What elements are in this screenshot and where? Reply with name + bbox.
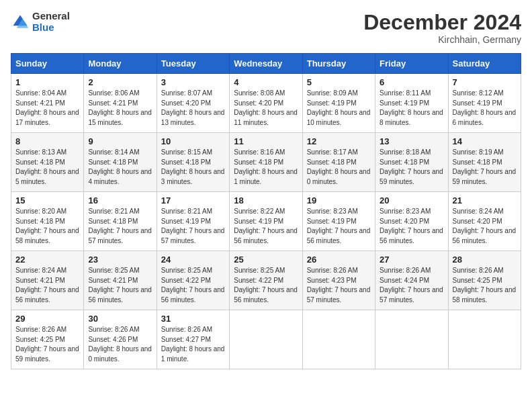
weekday-header-saturday: Saturday bbox=[448, 54, 521, 74]
calendar-cell bbox=[230, 310, 302, 369]
day-number: 28 bbox=[453, 255, 517, 265]
calendar-table: SundayMondayTuesdayWednesdayThursdayFrid… bbox=[11, 53, 521, 369]
calendar-cell: 16Sunrise: 8:21 AMSunset: 4:18 PMDayligh… bbox=[84, 192, 157, 251]
day-number: 14 bbox=[453, 136, 517, 146]
day-number: 31 bbox=[161, 314, 225, 324]
calendar-cell: 28Sunrise: 8:26 AMSunset: 4:25 PMDayligh… bbox=[448, 251, 521, 310]
day-detail: Sunrise: 8:25 AMSunset: 4:22 PMDaylight:… bbox=[161, 266, 225, 305]
calendar-week-2: 8Sunrise: 8:13 AMSunset: 4:18 PMDaylight… bbox=[11, 133, 521, 192]
calendar-cell: 31Sunrise: 8:26 AMSunset: 4:27 PMDayligh… bbox=[157, 310, 229, 369]
day-number: 16 bbox=[88, 195, 152, 205]
calendar-cell: 26Sunrise: 8:26 AMSunset: 4:23 PMDayligh… bbox=[302, 251, 375, 310]
calendar-cell: 7Sunrise: 8:12 AMSunset: 4:19 PMDaylight… bbox=[448, 74, 521, 133]
calendar-cell: 2Sunrise: 8:06 AMSunset: 4:21 PMDaylight… bbox=[84, 74, 157, 133]
calendar-cell bbox=[448, 310, 521, 369]
calendar-cell: 13Sunrise: 8:18 AMSunset: 4:18 PMDayligh… bbox=[375, 133, 448, 192]
day-detail: Sunrise: 8:12 AMSunset: 4:19 PMDaylight:… bbox=[453, 89, 517, 128]
calendar-cell: 21Sunrise: 8:24 AMSunset: 4:20 PMDayligh… bbox=[448, 192, 521, 251]
calendar-cell: 29Sunrise: 8:26 AMSunset: 4:25 PMDayligh… bbox=[11, 310, 84, 369]
calendar-cell: 3Sunrise: 8:07 AMSunset: 4:20 PMDaylight… bbox=[157, 74, 229, 133]
weekday-header-tuesday: Tuesday bbox=[157, 54, 229, 74]
day-number: 12 bbox=[307, 136, 371, 146]
day-number: 4 bbox=[234, 77, 298, 87]
day-detail: Sunrise: 8:22 AMSunset: 4:19 PMDaylight:… bbox=[234, 207, 298, 246]
day-detail: Sunrise: 8:21 AMSunset: 4:18 PMDaylight:… bbox=[88, 207, 152, 246]
day-number: 7 bbox=[453, 77, 517, 87]
calendar-cell: 19Sunrise: 8:23 AMSunset: 4:19 PMDayligh… bbox=[302, 192, 375, 251]
calendar-cell: 20Sunrise: 8:23 AMSunset: 4:20 PMDayligh… bbox=[375, 192, 448, 251]
day-detail: Sunrise: 8:09 AMSunset: 4:19 PMDaylight:… bbox=[307, 89, 371, 128]
calendar-cell bbox=[302, 310, 375, 369]
day-detail: Sunrise: 8:26 AMSunset: 4:27 PMDaylight:… bbox=[161, 325, 225, 364]
calendar-cell: 8Sunrise: 8:13 AMSunset: 4:18 PMDaylight… bbox=[11, 133, 84, 192]
calendar-cell: 25Sunrise: 8:25 AMSunset: 4:22 PMDayligh… bbox=[230, 251, 302, 310]
calendar-cell: 17Sunrise: 8:21 AMSunset: 4:19 PMDayligh… bbox=[157, 192, 229, 251]
day-detail: Sunrise: 8:25 AMSunset: 4:22 PMDaylight:… bbox=[234, 266, 298, 305]
day-number: 19 bbox=[307, 195, 371, 205]
logo: General Blue bbox=[11, 11, 70, 33]
day-detail: Sunrise: 8:23 AMSunset: 4:19 PMDaylight:… bbox=[307, 207, 371, 246]
day-number: 15 bbox=[15, 195, 79, 205]
day-number: 9 bbox=[88, 136, 152, 146]
logo-blue: Blue bbox=[32, 22, 70, 34]
day-detail: Sunrise: 8:06 AMSunset: 4:21 PMDaylight:… bbox=[88, 89, 152, 128]
calendar-week-4: 22Sunrise: 8:24 AMSunset: 4:21 PMDayligh… bbox=[11, 251, 521, 310]
day-number: 24 bbox=[161, 255, 225, 265]
day-number: 17 bbox=[161, 195, 225, 205]
day-number: 23 bbox=[88, 255, 152, 265]
day-number: 29 bbox=[15, 314, 79, 324]
day-detail: Sunrise: 8:13 AMSunset: 4:18 PMDaylight:… bbox=[15, 148, 79, 187]
day-detail: Sunrise: 8:26 AMSunset: 4:25 PMDaylight:… bbox=[15, 325, 79, 364]
day-number: 3 bbox=[161, 77, 225, 87]
calendar-cell: 23Sunrise: 8:25 AMSunset: 4:21 PMDayligh… bbox=[84, 251, 157, 310]
day-number: 6 bbox=[380, 77, 443, 87]
day-detail: Sunrise: 8:23 AMSunset: 4:20 PMDaylight:… bbox=[380, 207, 443, 246]
calendar-cell: 11Sunrise: 8:16 AMSunset: 4:18 PMDayligh… bbox=[230, 133, 302, 192]
calendar-cell: 12Sunrise: 8:17 AMSunset: 4:18 PMDayligh… bbox=[302, 133, 375, 192]
location: Kirchhain, Germany bbox=[363, 34, 521, 45]
day-number: 5 bbox=[307, 77, 371, 87]
day-detail: Sunrise: 8:21 AMSunset: 4:19 PMDaylight:… bbox=[161, 207, 225, 246]
day-detail: Sunrise: 8:04 AMSunset: 4:21 PMDaylight:… bbox=[15, 89, 79, 128]
title-area: December 2024 Kirchhain, Germany bbox=[363, 11, 521, 45]
day-detail: Sunrise: 8:24 AMSunset: 4:21 PMDaylight:… bbox=[15, 266, 79, 305]
calendar-cell: 4Sunrise: 8:08 AMSunset: 4:20 PMDaylight… bbox=[230, 74, 302, 133]
day-number: 13 bbox=[380, 136, 443, 146]
weekday-header-friday: Friday bbox=[375, 54, 448, 74]
calendar-cell: 5Sunrise: 8:09 AMSunset: 4:19 PMDaylight… bbox=[302, 74, 375, 133]
calendar-cell: 30Sunrise: 8:26 AMSunset: 4:26 PMDayligh… bbox=[84, 310, 157, 369]
day-detail: Sunrise: 8:18 AMSunset: 4:18 PMDaylight:… bbox=[380, 148, 443, 187]
day-number: 11 bbox=[234, 136, 298, 146]
day-detail: Sunrise: 8:14 AMSunset: 4:18 PMDaylight:… bbox=[88, 148, 152, 187]
day-number: 30 bbox=[88, 314, 152, 324]
day-detail: Sunrise: 8:26 AMSunset: 4:24 PMDaylight:… bbox=[380, 266, 443, 305]
calendar-cell bbox=[375, 310, 448, 369]
weekday-header-monday: Monday bbox=[84, 54, 157, 74]
logo-text: General Blue bbox=[32, 11, 70, 33]
calendar-week-3: 15Sunrise: 8:20 AMSunset: 4:18 PMDayligh… bbox=[11, 192, 521, 251]
day-number: 18 bbox=[234, 195, 298, 205]
calendar-cell: 24Sunrise: 8:25 AMSunset: 4:22 PMDayligh… bbox=[157, 251, 229, 310]
day-number: 8 bbox=[15, 136, 79, 146]
weekday-header-sunday: Sunday bbox=[11, 54, 84, 74]
logo-icon bbox=[11, 13, 30, 32]
month-title: December 2024 bbox=[363, 11, 521, 34]
day-detail: Sunrise: 8:17 AMSunset: 4:18 PMDaylight:… bbox=[307, 148, 371, 187]
calendar-cell: 6Sunrise: 8:11 AMSunset: 4:19 PMDaylight… bbox=[375, 74, 448, 133]
day-detail: Sunrise: 8:16 AMSunset: 4:18 PMDaylight:… bbox=[234, 148, 298, 187]
calendar-cell: 1Sunrise: 8:04 AMSunset: 4:21 PMDaylight… bbox=[11, 74, 84, 133]
day-number: 1 bbox=[15, 77, 79, 87]
day-number: 25 bbox=[234, 255, 298, 265]
day-detail: Sunrise: 8:20 AMSunset: 4:18 PMDaylight:… bbox=[15, 207, 79, 246]
day-detail: Sunrise: 8:08 AMSunset: 4:20 PMDaylight:… bbox=[234, 89, 298, 128]
calendar-cell: 22Sunrise: 8:24 AMSunset: 4:21 PMDayligh… bbox=[11, 251, 84, 310]
day-number: 10 bbox=[161, 136, 225, 146]
day-number: 27 bbox=[380, 255, 443, 265]
day-detail: Sunrise: 8:19 AMSunset: 4:18 PMDaylight:… bbox=[453, 148, 517, 187]
day-detail: Sunrise: 8:15 AMSunset: 4:18 PMDaylight:… bbox=[161, 148, 225, 187]
day-detail: Sunrise: 8:26 AMSunset: 4:26 PMDaylight:… bbox=[88, 325, 152, 364]
day-detail: Sunrise: 8:26 AMSunset: 4:25 PMDaylight:… bbox=[453, 266, 517, 305]
day-number: 21 bbox=[453, 195, 517, 205]
calendar-cell: 14Sunrise: 8:19 AMSunset: 4:18 PMDayligh… bbox=[448, 133, 521, 192]
day-detail: Sunrise: 8:11 AMSunset: 4:19 PMDaylight:… bbox=[380, 89, 443, 128]
